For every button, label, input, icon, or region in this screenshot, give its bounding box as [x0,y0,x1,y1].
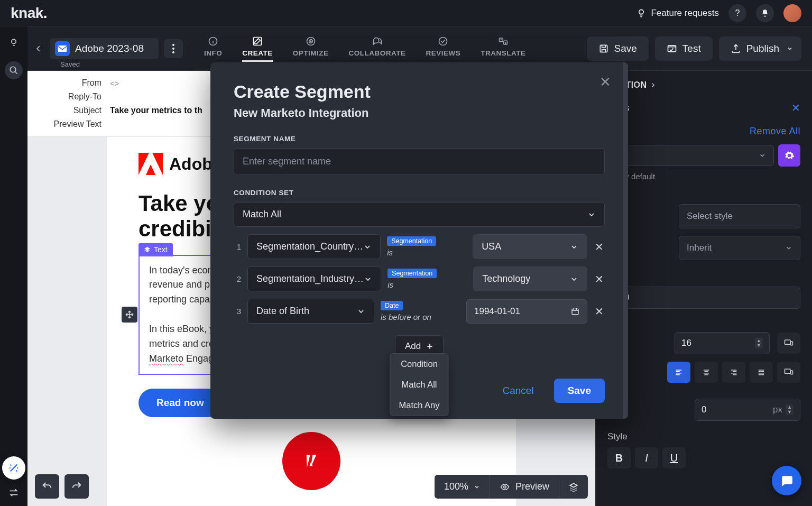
responsive-align-icon[interactable] [777,362,800,383]
condition-operator: is [387,280,467,289]
add-menu-match-all[interactable]: Match All [390,374,448,395]
segment-settings-button[interactable] [778,144,800,167]
add-menu-match-any[interactable]: Match Any [390,395,448,416]
color-field[interactable]: 050 [607,287,800,309]
marketo-link[interactable]: Marketo [149,353,183,364]
align-justify-button[interactable] [750,362,773,383]
zoom-control[interactable]: 100% [435,475,490,499]
calendar-icon [571,307,579,316]
condition-field-select[interactable]: Segmentation_Country… [247,234,381,259]
section-breadcrumb[interactable]: SECTION [607,80,800,90]
condition-operator: is [387,248,466,257]
svg-rect-19 [791,342,793,345]
subject-value[interactable]: Take your metrics to th [110,106,202,115]
undo-button[interactable] [35,474,59,499]
spacing-field[interactable]: 0 px ▲▼ [695,399,800,421]
condition-row: 3 Date of Birth Date is before or on 199… [234,299,605,324]
test-button[interactable]: Test [655,36,713,61]
redo-button[interactable] [64,474,89,499]
add-menu-condition[interactable]: Condition [390,354,448,374]
create-icon [252,35,263,47]
chevron-down-icon [570,243,578,251]
field-type-tag: Segmentation [387,236,436,246]
tab-reviews[interactable]: REVIEWS [426,35,461,62]
stepper-icon[interactable]: ▲▼ [755,338,763,348]
align-center-button[interactable] [695,362,718,383]
document-chip[interactable] [50,38,159,59]
field-type-tag: Date [381,301,403,310]
tab-create[interactable]: CREATE [242,35,273,62]
ai-wand-button[interactable] [2,456,25,480]
condition-field-select[interactable]: Date of Birth [247,299,374,324]
test-label: Test [682,43,701,54]
stepper-icon[interactable]: ▲▼ [786,404,793,415]
condition-date-input[interactable]: 1994-01-01 [466,299,587,324]
style-select[interactable]: Select style [679,204,800,228]
editor-nav-tabs: INFO CREATE OPTIMIZE COLLABORATE REVIEWS… [204,35,526,62]
match-mode-select[interactable]: Match All [234,202,605,227]
field-type-tag: Segmentation [387,269,437,278]
chevron-right-icon [650,81,656,89]
user-avatar[interactable] [783,4,801,22]
remove-condition-button[interactable]: ✕ [594,305,605,318]
feature-requests-label: Feature requests [651,8,719,19]
document-menu-button[interactable] [164,39,183,58]
inherit-select[interactable]: Inherit [679,236,800,260]
chevron-down-icon [785,244,792,252]
svg-rect-18 [785,340,791,344]
remove-condition-button[interactable]: ✕ [594,241,605,253]
move-handle[interactable] [122,307,137,323]
align-left-button[interactable] [667,362,690,383]
remove-condition-button[interactable]: ✕ [594,273,605,286]
modal-close-button[interactable]: ✕ [599,74,611,90]
notifications-button[interactable] [756,4,774,22]
tab-translate[interactable]: TRANSLATE [481,35,525,62]
idea-icon[interactable] [5,34,23,52]
publish-icon [731,43,741,54]
segment-name-input[interactable] [234,148,605,175]
remove-all-link[interactable]: Remove All [750,126,800,137]
underline-button[interactable]: U [662,447,686,468]
cta-button[interactable]: Read now [139,389,222,417]
bold-button[interactable]: B [607,447,631,468]
feature-requests-link[interactable]: Feature requests [636,8,719,19]
bell-icon [761,9,769,17]
chat-fab[interactable] [772,466,801,495]
save-button[interactable]: Save [587,36,649,61]
condition-set-label: CONDITION SET [234,189,605,197]
responsive-icon[interactable] [777,333,800,354]
italic-button[interactable]: I [635,447,658,468]
test-icon [667,43,677,54]
lightbulb-icon [636,8,647,19]
svg-point-0 [639,10,643,14]
code-icon[interactable]: <> [110,79,119,88]
font-size-field[interactable]: 16 ▲▼ [675,332,770,354]
layers-button[interactable] [559,476,588,498]
save-segment-button[interactable]: Save [554,379,605,403]
tab-collaborate[interactable]: COLLABORATE [349,35,406,62]
close-icon[interactable]: ✕ [791,102,801,114]
search-icon[interactable] [5,61,23,79]
condition-value-select[interactable]: USA [473,234,587,259]
default-hint: ent by default [607,172,800,181]
svg-point-11 [310,41,311,42]
condition-field-select[interactable]: Segmentation_Industry… [247,266,381,291]
email-icon [55,41,70,56]
footer-graphic [282,432,340,490]
cancel-button[interactable]: Cancel [493,380,543,402]
publish-label: Publish [746,43,779,54]
swap-icon[interactable] [8,487,20,499]
align-right-button[interactable] [722,362,745,383]
chevron-down-icon [759,152,766,159]
tab-info[interactable]: INFO [204,35,222,62]
back-button[interactable] [33,43,44,54]
condition-value-select[interactable]: Technology [473,266,587,291]
document-title-input[interactable] [74,42,153,55]
preview-button[interactable]: Preview [490,475,559,499]
help-button[interactable]: ? [728,4,746,22]
publish-button[interactable]: Publish [719,36,801,61]
modal-scrollbar[interactable] [623,62,628,419]
tab-optimize[interactable]: OPTIMIZE [293,35,329,62]
svg-point-5 [172,48,174,50]
segment-select[interactable] [607,145,774,166]
